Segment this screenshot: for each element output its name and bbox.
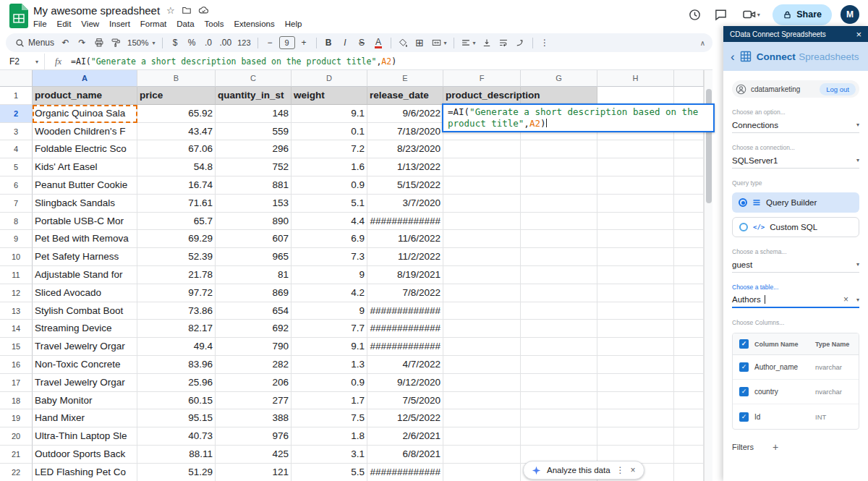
cell-B4[interactable]: 67.06 xyxy=(137,140,216,158)
cell-C11[interactable]: 81 xyxy=(216,266,292,284)
version-history-icon[interactable] xyxy=(686,6,703,23)
text-rotate-button[interactable] xyxy=(513,35,528,51)
cell-F21[interactable] xyxy=(443,446,521,464)
cell-B18[interactable]: 60.15 xyxy=(137,392,216,410)
cell-D7[interactable]: 5.1 xyxy=(292,195,367,213)
cell-B1[interactable]: price xyxy=(137,87,216,105)
cell-B14[interactable]: 82.17 xyxy=(137,320,216,338)
share-button[interactable]: Share xyxy=(773,4,832,25)
cell-A1[interactable]: product_name xyxy=(33,87,137,105)
cell-G5[interactable] xyxy=(521,158,597,176)
row-header-22[interactable]: 22 xyxy=(0,464,33,481)
cell-X4[interactable] xyxy=(674,140,704,158)
cell-F20[interactable] xyxy=(443,427,521,446)
cell-B9[interactable]: 69.29 xyxy=(137,230,216,248)
cell-A13[interactable]: Stylish Combat Boot xyxy=(33,302,137,320)
cell-H6[interactable] xyxy=(597,176,674,195)
row-header-9[interactable]: 9 xyxy=(0,230,33,248)
cell-B21[interactable]: 88.11 xyxy=(137,446,216,464)
cell-B10[interactable]: 52.39 xyxy=(137,248,216,266)
row-header-5[interactable]: 5 xyxy=(0,158,33,176)
analyze-data-chip[interactable]: Analyze this data ⋮ × xyxy=(523,461,644,480)
cell-D16[interactable]: 1.3 xyxy=(292,356,367,374)
cell-B12[interactable]: 97.72 xyxy=(137,284,216,302)
cell-G12[interactable] xyxy=(521,284,597,302)
column-checkbox-country[interactable]: ✓ xyxy=(739,387,749,396)
cell-E6[interactable]: 5/15/2022 xyxy=(367,176,443,195)
cell-A3[interactable]: Wooden Children's F xyxy=(33,123,137,141)
cell-F16[interactable] xyxy=(443,356,521,374)
table-input[interactable]: Authors × ▾ xyxy=(732,292,859,308)
decrease-font-button[interactable]: − xyxy=(263,35,278,51)
cell-F17[interactable] xyxy=(443,374,521,392)
name-box[interactable]: F2 ▾ xyxy=(0,54,45,69)
cell-H10[interactable] xyxy=(597,248,674,266)
cell-G11[interactable] xyxy=(521,266,597,284)
cell-F4[interactable] xyxy=(443,140,521,158)
cell-D21[interactable]: 3.1 xyxy=(292,446,367,464)
cell-X21[interactable] xyxy=(674,446,704,464)
cell-E2[interactable]: 9/6/2022 xyxy=(367,105,443,123)
cell-X20[interactable] xyxy=(674,427,704,446)
increase-font-button[interactable]: + xyxy=(297,35,312,51)
cell-C2[interactable]: 148 xyxy=(216,105,292,123)
custom-sql-option[interactable]: </> Custom SQL xyxy=(732,217,859,237)
menu-format[interactable]: Format xyxy=(135,19,171,29)
cell-E17[interactable]: 9/12/2020 xyxy=(367,374,443,392)
cell-X14[interactable] xyxy=(674,320,704,338)
meet-chevron-icon[interactable]: ▾ xyxy=(757,12,760,18)
cell-G15[interactable] xyxy=(521,338,597,356)
cell-A19[interactable]: Hand Mixer xyxy=(33,409,137,427)
cell-E12[interactable]: 7/8/2022 xyxy=(367,284,443,302)
cell-C18[interactable]: 277 xyxy=(216,392,292,410)
cell-E3[interactable]: 7/18/2020 xyxy=(367,123,443,141)
row-header-4[interactable]: 4 xyxy=(0,140,33,158)
column-header-H[interactable]: H xyxy=(597,70,674,87)
undo-button[interactable]: ↶ xyxy=(58,35,73,51)
cell-G14[interactable] xyxy=(521,320,597,338)
cell-H9[interactable] xyxy=(597,230,674,248)
cell-F22[interactable] xyxy=(443,464,521,481)
cell-B7[interactable]: 71.61 xyxy=(137,195,216,213)
cell-D10[interactable]: 7.3 xyxy=(292,248,367,266)
cell-A18[interactable]: Baby Monitor xyxy=(33,392,137,410)
option-select[interactable]: Connections ▾ xyxy=(732,117,859,133)
cell-C14[interactable]: 692 xyxy=(216,320,292,338)
cell-G20[interactable] xyxy=(521,427,597,446)
column-checkbox-Author_name[interactable]: ✓ xyxy=(739,362,749,372)
cell-E8[interactable]: ############# xyxy=(367,213,443,231)
move-folder-icon[interactable] xyxy=(182,5,192,15)
radio-unselected-icon[interactable] xyxy=(739,223,748,231)
italic-button[interactable]: I xyxy=(338,35,353,51)
column-header-B[interactable]: B xyxy=(137,70,216,87)
cell-E1[interactable]: release_date xyxy=(367,87,443,105)
cell-D11[interactable]: 9 xyxy=(292,266,367,284)
cell-H19[interactable] xyxy=(597,409,674,427)
cell-A5[interactable]: Kids' Art Easel xyxy=(33,158,137,176)
menu-data[interactable]: Data xyxy=(171,19,199,29)
increase-decimal-button[interactable]: .00 xyxy=(217,35,234,51)
cell-F13[interactable] xyxy=(443,302,521,320)
paint-format-button[interactable] xyxy=(108,35,123,51)
menu-insert[interactable]: Insert xyxy=(104,19,135,29)
cell-D15[interactable]: 9.1 xyxy=(292,338,367,356)
cell-A20[interactable]: Ultra-Thin Laptop Sle xyxy=(33,427,137,446)
cell-H15[interactable] xyxy=(597,338,674,356)
row-header-13[interactable]: 13 xyxy=(0,302,33,320)
cell-G6[interactable] xyxy=(521,176,597,195)
cell-B6[interactable]: 16.74 xyxy=(137,176,216,195)
cell-D5[interactable]: 1.6 xyxy=(292,158,367,176)
cell-D1[interactable]: weight xyxy=(292,87,367,105)
cell-C7[interactable]: 153 xyxy=(216,195,292,213)
cell-D17[interactable]: 0.9 xyxy=(292,374,367,392)
zoom-control[interactable]: 150% ▾ xyxy=(124,38,158,47)
chip-close-icon[interactable]: × xyxy=(631,465,636,475)
row-header-20[interactable]: 20 xyxy=(0,427,33,446)
cell-A10[interactable]: Pet Safety Harness xyxy=(33,248,137,266)
menu-file[interactable]: File xyxy=(28,19,52,29)
horizontal-align-button[interactable]: ▾ xyxy=(459,35,478,51)
column-header-A[interactable]: A xyxy=(33,70,137,87)
cell-A15[interactable]: Travel Jewelry Orgar xyxy=(33,338,137,356)
cell-E21[interactable]: 6/8/2021 xyxy=(367,446,443,464)
cell-X5[interactable] xyxy=(674,158,704,176)
